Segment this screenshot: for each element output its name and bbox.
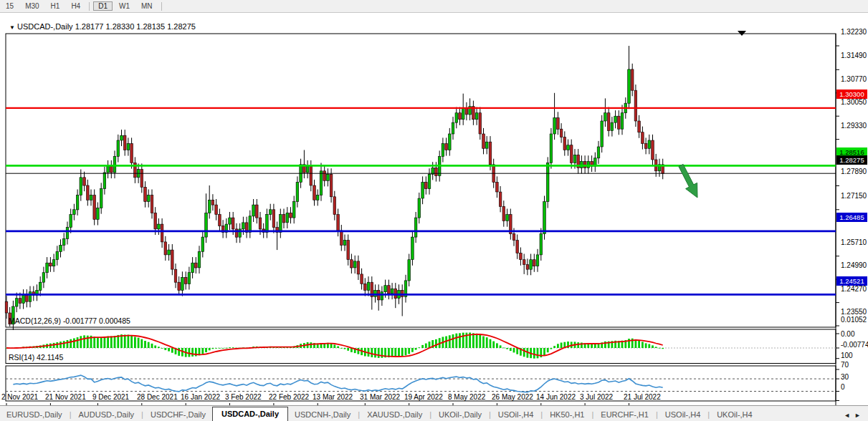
price-axis-label: 1.32230 (841, 28, 867, 36)
toolbar-separator (161, 2, 162, 11)
price-axis-label: 1.25710 (841, 238, 867, 246)
price-axis-label: 1.29330 (841, 122, 867, 130)
symbol-dropdown-icon[interactable]: ▼ (9, 24, 15, 31)
macd-axis-label: -0.00774 (841, 341, 868, 349)
date-axis-label: 19 Apr 2022 (404, 393, 443, 401)
toolbar-separator (89, 2, 90, 11)
current-price-badge: 1.28275 (836, 155, 867, 165)
price-axis-label: 1.24990 (841, 261, 867, 269)
trading-terminal: 15M30H1H4D1W1MN ▼ USDCAD-,Daily 1.28177 … (0, 0, 868, 421)
main-chart-canvas[interactable] (0, 14, 868, 421)
ohlc-low: 1.28135 (136, 22, 165, 31)
date-axis-label: 3 Jul 2022 (580, 393, 613, 401)
rsi-axis-label: 70 (841, 361, 849, 369)
tab-eurchf-h1[interactable]: EURCHF-,H1 (594, 408, 655, 421)
timeframe-button-D1[interactable]: D1 (93, 1, 113, 11)
date-axis-label: 2 Nov 2021 (1, 393, 38, 401)
date-axis-label: 13 Mar 2022 (313, 393, 353, 401)
tab-scroll-controls: ◄► (844, 412, 868, 421)
timeframe-button-15[interactable]: 15 (1, 1, 19, 11)
date-axis-label: 3 Feb 2022 (225, 393, 262, 401)
macd-indicator-label: MACD(12,26,9) -0.001777 0.000485 (9, 316, 130, 325)
timeframe-button-M30[interactable]: M30 (20, 1, 44, 11)
price-axis-label: 1.23550 (841, 308, 867, 316)
ohlc-open: 1.28177 (75, 22, 104, 31)
timeframe-toolbar: 15M30H1H4D1W1MN (0, 0, 868, 13)
date-axis-label: 31 Mar 2022 (360, 393, 400, 401)
timeframe-button-MN[interactable]: MN (136, 1, 158, 11)
rsi-axis-label: 100 (841, 352, 853, 359)
price-axis-label: 1.30050 (841, 98, 867, 106)
date-axis-label: 9 Dec 2021 (92, 393, 129, 401)
date-axis-label: 14 Jun 2022 (536, 393, 576, 401)
tab-usdchf-daily[interactable]: USDCHF-,Daily (144, 408, 212, 421)
price-axis-label: 1.27890 (841, 168, 867, 175)
tab-eurusd-daily[interactable]: EURUSD-,Daily (0, 408, 69, 421)
date-axis-label: 21 Nov 2021 (45, 393, 86, 401)
ohlc-high: 1.28330 (106, 22, 135, 31)
date-axis-label: 28 Dec 2021 (137, 393, 178, 401)
tab-usdcad-daily[interactable]: USDCAD-,Daily (212, 407, 288, 421)
rsi-value: 42.1145 (37, 353, 63, 362)
ohlc-close: 1.28275 (167, 22, 196, 31)
date-axis-label: 16 Jan 2022 (181, 393, 220, 401)
macd-name: MACD(12,26,9) (9, 316, 61, 325)
date-axis-label: 21 Jul 2022 (624, 393, 661, 401)
level-price-badge: 1.30300 (836, 89, 867, 99)
tab-usoil-h4[interactable]: USOil-,H4 (659, 408, 707, 421)
tab-xauusd-daily[interactable]: XAUUSD-,Daily (361, 408, 429, 421)
rsi-axis-label: 0 (841, 383, 845, 391)
level-price-badge: 1.26485 (836, 213, 867, 222)
timeframe-button-H1[interactable]: H1 (46, 1, 65, 11)
rsi-axis-label: 30 (841, 373, 849, 381)
tab-hk50-h1[interactable]: HK50-,H1 (543, 408, 591, 421)
tab-usdcnh-daily[interactable]: USDCNH-,Daily (288, 408, 357, 421)
timeframe-button-H4[interactable]: H4 (66, 1, 85, 11)
tab-usoil-h4[interactable]: USOil-,H4 (492, 408, 540, 421)
date-axis-label: 26 May 2022 (492, 393, 533, 401)
tab-ukoil-daily[interactable]: UKOil-,Daily (432, 408, 488, 421)
date-axis-label: 8 May 2022 (448, 393, 485, 401)
price-axis-label: 1.27150 (841, 192, 867, 200)
macd-axis-label: 0.01052 (841, 316, 867, 324)
symbol-tab-bar: EURUSD-,Daily|AUDUSD-,Daily|USDCHF-,Dail… (0, 405, 868, 421)
macd-axis-label: 0.00 (841, 330, 854, 338)
rsi-indicator-label: RSI(14) 42.1145 (9, 353, 63, 362)
tab-scroll-right-icon[interactable]: ► (854, 412, 861, 419)
macd-value-signal: 0.000485 (99, 316, 130, 325)
chart-title: ▼ USDCAD-,Daily 1.28177 1.28330 1.28135 … (9, 22, 196, 31)
price-axis-label: 1.24270 (841, 285, 867, 293)
tab-audusd-daily[interactable]: AUDUSD-,Daily (72, 408, 140, 421)
main-plot-border (6, 34, 836, 327)
tab-scroll-left-icon[interactable]: ◄ (844, 412, 850, 419)
rsi-name: RSI(14) (9, 353, 34, 362)
chart-window (0, 14, 868, 404)
macd-value-main: -0.001777 (63, 316, 97, 325)
date-axis-label: 22 Feb 2022 (269, 393, 309, 401)
price-axis-label: 1.31490 (841, 52, 867, 59)
level-price-badge: 1.24521 (836, 276, 867, 286)
macd-panel[interactable] (6, 329, 836, 364)
chart-symbol-label: USDCAD-,Daily (17, 22, 73, 31)
price-axis-label: 1.30770 (841, 75, 867, 83)
tab-ukoil-h4[interactable]: UKOil-,H4 (710, 408, 759, 421)
timeframe-button-W1[interactable]: W1 (114, 1, 135, 11)
